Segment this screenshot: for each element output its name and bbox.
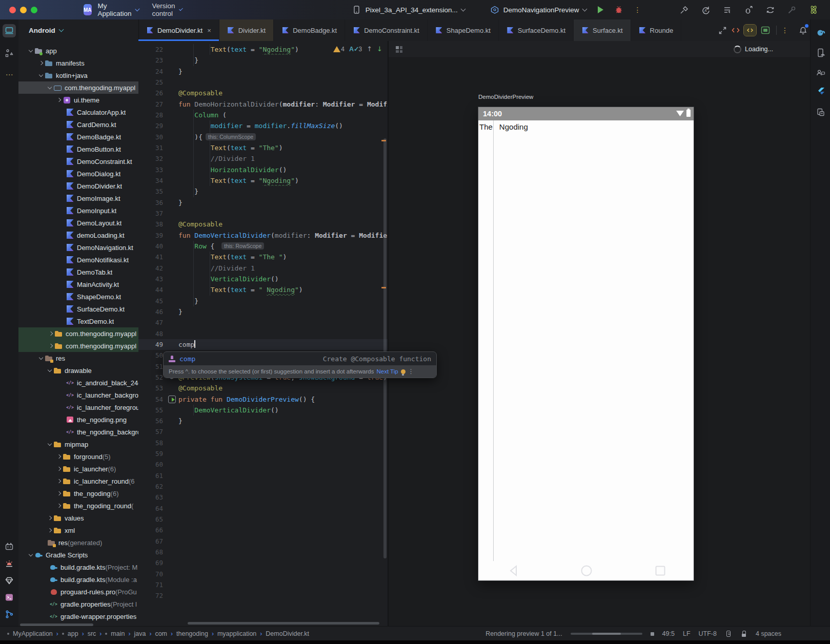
editor-tab[interactable]: Divider.kt	[219, 19, 274, 41]
gutter-run-preview-icon[interactable]	[165, 394, 178, 405]
chevron-right-icon[interactable]	[55, 467, 63, 470]
code-line[interactable]: 54private fun DemoDividerPreview() {	[138, 394, 388, 405]
flutter-icon[interactable]	[814, 85, 827, 98]
line-number[interactable]: 40	[138, 241, 165, 252]
tree-item[interactable]: ic_android_black_24d	[18, 377, 138, 389]
preview-icon[interactable]	[759, 25, 772, 36]
tab-close-icon[interactable]: ×	[207, 27, 211, 34]
breadcrumb-item[interactable]: MyApplication	[13, 630, 53, 637]
line-number[interactable]: 62	[138, 481, 165, 492]
editor-tab[interactable]: DemoDivider.kt×	[138, 19, 219, 41]
code-tag-icon[interactable]	[731, 25, 741, 35]
project-view-selector[interactable]: Android	[18, 19, 138, 41]
code-line[interactable]: 64	[138, 503, 388, 514]
line-number[interactable]: 31	[138, 142, 165, 153]
tree-item[interactable]: ShapeDemo.kt	[18, 290, 138, 303]
lock-icon[interactable]	[740, 630, 747, 637]
chevron-right-icon[interactable]	[55, 480, 63, 483]
tree-item[interactable]: xml	[18, 524, 138, 536]
line-number[interactable]: 43	[138, 274, 165, 284]
breadcrumb-item[interactable]: src	[88, 630, 96, 637]
line-number[interactable]: 58	[138, 438, 165, 448]
code-line[interactable]: 47	[138, 317, 388, 328]
git-icon[interactable]	[3, 608, 16, 621]
line-number[interactable]: 30	[138, 132, 165, 142]
device-explorer-icon[interactable]	[814, 106, 827, 119]
line-number[interactable]: 28	[138, 110, 165, 120]
tree-item[interactable]: MainActivity.kt	[18, 278, 138, 290]
project-selector[interactable]: My Application	[98, 2, 139, 17]
run-more-icon[interactable]: ⋮	[634, 6, 641, 14]
chevron-down-icon[interactable]	[27, 554, 34, 556]
line-number[interactable]: 65	[138, 514, 165, 525]
vcs-selector[interactable]: Version control	[152, 2, 183, 17]
line-number[interactable]: 24	[138, 66, 165, 77]
more-icon[interactable]: ⋮	[781, 26, 788, 34]
tree-item[interactable]: DemoImage.kt	[18, 192, 138, 204]
chevron-right-icon[interactable]	[55, 455, 63, 458]
line-number[interactable]: 32	[138, 153, 165, 164]
code-line[interactable]: 25	[138, 77, 388, 88]
chevron-down-icon[interactable]	[37, 358, 45, 359]
resource-manager-icon[interactable]	[3, 574, 16, 587]
profiler-icon[interactable]	[744, 5, 754, 15]
code-line[interactable]: 42 //Divider 1	[138, 263, 388, 274]
gradle-icon[interactable]	[814, 26, 827, 39]
line-number[interactable]: 44	[138, 284, 165, 295]
code-line[interactable]: 23 }	[138, 55, 388, 66]
stop-icon[interactable]	[651, 632, 654, 636]
code-line[interactable]: 44 Text(text = " Ngoding")	[138, 284, 388, 295]
home-icon[interactable]	[580, 565, 593, 577]
prev-problem-icon[interactable]: ↑	[367, 45, 372, 53]
grid-layout-icon[interactable]	[396, 46, 402, 53]
close-window-button[interactable]	[9, 7, 16, 13]
breadcrumb-item[interactable]: java	[134, 630, 146, 637]
code-line[interactable]: 62	[138, 481, 388, 492]
breadcrumb-item[interactable]: myapplication	[217, 630, 256, 637]
breadcrumb-item[interactable]: thengoding	[176, 630, 208, 637]
tree-item[interactable]: DemoBadge.kt	[18, 131, 138, 143]
preview-title[interactable]: DemoDividerPreview	[478, 94, 533, 100]
app-insights-icon[interactable]	[3, 557, 16, 570]
line-number[interactable]: 39	[138, 230, 165, 241]
line-number[interactable]: 64	[138, 503, 165, 514]
tree-item[interactable]: ic_launcher_round (6	[18, 475, 138, 487]
line-number[interactable]: 34	[138, 175, 165, 186]
code-line[interactable]: 41 Text(text = "The ")	[138, 252, 388, 262]
tree-item[interactable]: CardDemo.kt	[18, 118, 138, 131]
atom-icon[interactable]	[808, 5, 819, 15]
code-line[interactable]: 31 Text(text = "The")	[138, 142, 388, 153]
line-number[interactable]: 25	[138, 77, 165, 88]
code-line[interactable]: 65	[138, 514, 388, 525]
line-number[interactable]: 36	[138, 197, 165, 208]
code-line[interactable]: 63	[138, 492, 388, 503]
code-line[interactable]: 30 ){this: ColumnScope	[138, 132, 388, 142]
editor-tab[interactable]: ShapeDemo.kt	[428, 19, 499, 41]
code-line[interactable]: 35 }	[138, 186, 388, 197]
line-separator[interactable]: LF	[683, 630, 691, 637]
tree-item[interactable]: gradle.properties (Project l	[18, 598, 138, 610]
chevron-right-icon[interactable]	[55, 504, 63, 507]
editor-tab[interactable]: DemoConstraint.kt	[345, 19, 428, 41]
line-number[interactable]: 56	[138, 416, 165, 426]
device-selector[interactable]: Pixel_3a_API_34_extension...	[352, 5, 465, 15]
line-number[interactable]: 33	[138, 164, 165, 175]
editor-tab[interactable]: Rounde	[631, 19, 682, 41]
line-number[interactable]: 49	[138, 339, 165, 350]
tree-item[interactable]: DemoButton.kt	[18, 143, 138, 155]
editor-tab[interactable]: DemoBadge.kt	[274, 19, 345, 41]
tree-item[interactable]: res	[18, 352, 138, 364]
tree-item[interactable]: kotlin+java	[18, 69, 138, 81]
tree-item[interactable]: ic_launcher_backgrou	[18, 389, 138, 401]
chevron-right-icon[interactable]	[37, 61, 45, 65]
layout-inspector-icon[interactable]	[765, 5, 776, 15]
code-line[interactable]: 29 modifier = modifier.fillMaxSize()	[138, 120, 388, 131]
line-number[interactable]: 71	[138, 579, 165, 590]
breadcrumb-item[interactable]: main	[111, 630, 125, 637]
code-editor[interactable]: 22 Text(text = "Ngoding")23 }24}2526@Com…	[138, 41, 388, 626]
chevron-down-icon[interactable]	[46, 87, 53, 89]
debug-button[interactable]	[614, 5, 624, 15]
tree-item[interactable]: drawable	[18, 364, 138, 377]
tree-item[interactable]: Gradle Scripts	[18, 549, 138, 561]
tree-item[interactable]: build.gradle.kts (Project: M	[18, 561, 138, 573]
